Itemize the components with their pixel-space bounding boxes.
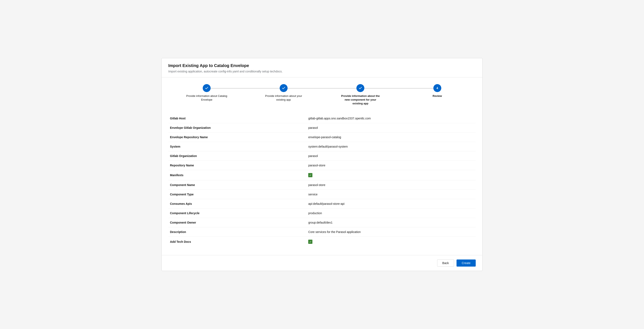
field-label: Component Name xyxy=(168,180,306,190)
field-label: System xyxy=(168,142,306,151)
step-4: 4 Review xyxy=(399,84,476,98)
table-row: Component Nameparasol-store xyxy=(168,180,476,190)
table-row: Gitlab Organizationparasol xyxy=(168,151,476,161)
table-row: Systemsystem:default/parasol-system xyxy=(168,142,476,151)
table-row: Component Lifecycleproduction xyxy=(168,209,476,218)
back-button[interactable]: Back xyxy=(437,259,454,267)
card-body: Provide information about Catalog Envelo… xyxy=(162,78,482,252)
step-1-label: Provide information about Catalog Envelo… xyxy=(186,94,228,102)
step-1-circle xyxy=(203,84,211,92)
field-label: Envelope Repository Name xyxy=(168,133,306,142)
step-2-circle xyxy=(280,84,288,92)
field-value: parasol-store xyxy=(306,161,476,170)
table-row: Component Ownergroup:default/dev1 xyxy=(168,218,476,227)
step-3: Provide information about the new compon… xyxy=(322,84,399,106)
checkbox-checked-icon: ✓ xyxy=(308,173,312,177)
step-2: Provide information about your existing … xyxy=(245,84,322,102)
table-row: Gitlab Hostgitlab-gitlab.apps.sno.sandbo… xyxy=(168,114,476,123)
field-label: Description xyxy=(168,227,306,237)
field-value: service xyxy=(306,190,476,199)
table-row: Component Typeservice xyxy=(168,190,476,199)
step-3-circle xyxy=(356,84,364,92)
check-icon xyxy=(205,86,208,90)
table-row: Add Tech Docs✓ xyxy=(168,237,476,247)
field-value: system:default/parasol-system xyxy=(306,142,476,151)
table-row: Repository Nameparasol-store xyxy=(168,161,476,170)
table-row: Envelope Gitlab Organizationparasol xyxy=(168,123,476,133)
field-label: Repository Name xyxy=(168,161,306,170)
check-icon xyxy=(282,86,286,90)
checkbox-checked-icon: ✓ xyxy=(308,240,312,244)
stepper: Provide information about Catalog Envelo… xyxy=(168,84,476,106)
field-label: Component Type xyxy=(168,190,306,199)
field-label: Add Tech Docs xyxy=(168,237,306,247)
table-row: Manifests✓ xyxy=(168,170,476,180)
field-value: group:default/dev1 xyxy=(306,218,476,227)
field-label: Component Lifecycle xyxy=(168,209,306,218)
field-value: ✓ xyxy=(306,170,476,180)
card-header: Import Existing App to Catalog Envelope … xyxy=(162,58,482,78)
field-label: Gitlab Organization xyxy=(168,151,306,161)
field-value: parasol xyxy=(306,151,476,161)
table-row: Consumes Apisapi:default/parasol-store-a… xyxy=(168,199,476,209)
field-label: Consumes Apis xyxy=(168,199,306,209)
step-2-label: Provide information about your existing … xyxy=(263,94,304,102)
step-4-number: 4 xyxy=(436,86,438,90)
field-value: ✓ xyxy=(306,237,476,247)
create-button[interactable]: Create xyxy=(456,259,476,267)
page-subtitle: Import existing application, autocreate … xyxy=(168,70,476,73)
table-row: Envelope Repository Nameenvelope-parasol… xyxy=(168,133,476,142)
field-label: Envelope Gitlab Organization xyxy=(168,123,306,133)
field-value: parasol-store xyxy=(306,180,476,190)
card-footer: Back Create xyxy=(162,255,482,271)
field-value: production xyxy=(306,209,476,218)
step-4-label: Review xyxy=(432,94,442,98)
main-card: Import Existing App to Catalog Envelope … xyxy=(162,58,482,271)
field-value: Core services for the Parasol applicatio… xyxy=(306,227,476,237)
page-title: Import Existing App to Catalog Envelope xyxy=(168,63,476,68)
table-row: DescriptionCore services for the Parasol… xyxy=(168,227,476,237)
step-3-label: Provide information about the new compon… xyxy=(340,94,381,106)
field-label: Gitlab Host xyxy=(168,114,306,123)
review-table: Gitlab Hostgitlab-gitlab.apps.sno.sandbo… xyxy=(168,114,476,247)
field-value: gitlab-gitlab.apps.sno.sandbox1537.opent… xyxy=(306,114,476,123)
field-label: Manifests xyxy=(168,170,306,180)
field-value: api:default/parasol-store-api xyxy=(306,199,476,209)
field-value: envelope-parasol-catalog xyxy=(306,133,476,142)
step-1: Provide information about Catalog Envelo… xyxy=(168,84,245,102)
field-value: parasol xyxy=(306,123,476,133)
field-label: Component Owner xyxy=(168,218,306,227)
step-4-circle: 4 xyxy=(433,84,441,92)
check-icon xyxy=(358,86,362,90)
